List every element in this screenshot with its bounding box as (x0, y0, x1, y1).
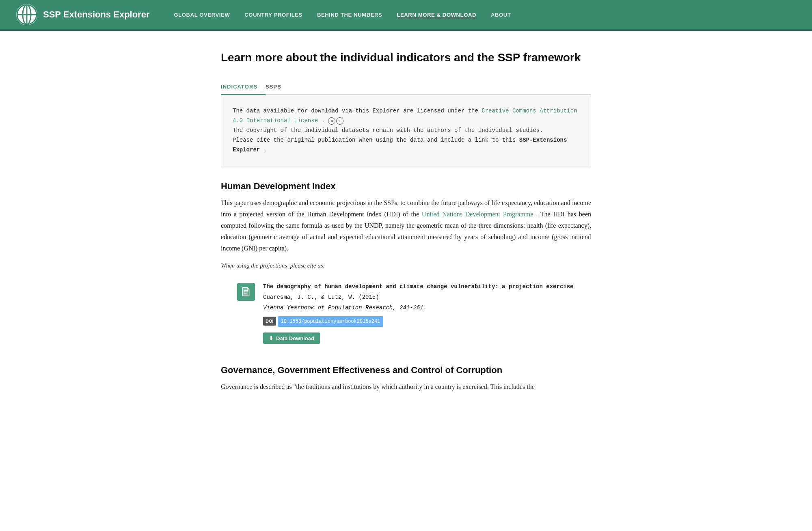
nav-behind-numbers[interactable]: Behind the Numbers (317, 12, 382, 18)
cite-label: When using the projections, please cite … (221, 262, 591, 269)
nav-global-overview[interactable]: Global Overview (174, 12, 230, 18)
app-title: SSP Extensions Explorer (43, 9, 149, 20)
citation-authors: Cuaresma, J. C., & Lutz, W. (2015) (263, 293, 574, 302)
nav-learn-more[interactable]: Learn More & Download (397, 12, 476, 18)
main-nav: Global Overview Country Profiles Behind … (174, 12, 511, 18)
document-icon (241, 287, 251, 297)
section-hdi-text1: This paper uses demographic and economic… (221, 197, 591, 254)
section-governance-heading: Governance, Government Effectiveness and… (221, 365, 591, 376)
tab-indicators[interactable]: Indicators (221, 80, 266, 95)
citation-card: The demography of human development and … (221, 276, 591, 350)
license-line2: The copyright of the individual datasets… (233, 126, 579, 136)
nav-about[interactable]: About (491, 12, 511, 18)
data-download-button[interactable]: ⬇ Data Download (263, 332, 320, 344)
citation-title: The demography of human development and … (263, 282, 574, 292)
citation-journal: Vienna Yearbook of Population Research, … (263, 303, 574, 313)
cc-icon-c: c (328, 117, 335, 125)
tab-ssps[interactable]: SSPs (266, 80, 289, 95)
undp-link[interactable]: United Nations Development Programme (422, 211, 533, 218)
cc-icons: c i (328, 117, 343, 125)
citation-body: The demography of human development and … (263, 282, 574, 344)
app-logo-icon (16, 4, 37, 25)
logo-area: SSP Extensions Explorer (16, 4, 149, 25)
license-line1: The data available for download via this… (233, 106, 579, 126)
cc-icon-i: i (336, 117, 343, 125)
page-title: Learn more about the individual indicato… (221, 50, 591, 65)
doi-row: DOI10.1553/populationyearbook2015s241 (263, 316, 574, 330)
section-governance-text: Governance is described as "the traditio… (221, 381, 591, 393)
download-row: ⬇ Data Download (263, 332, 574, 344)
doi-badge: DOI (263, 317, 276, 326)
license-block: The data available for download via this… (221, 95, 591, 166)
citation-icon (237, 283, 255, 301)
license-line3: Please cite the original publication whe… (233, 136, 579, 155)
nav-country-profiles[interactable]: Country Profiles (244, 12, 302, 18)
main-content: Learn more about the individual indicato… (211, 31, 601, 432)
doi-link[interactable]: 10.1553/populationyearbook2015s241 (278, 316, 384, 327)
section-hdi-heading: Human Development Index (221, 181, 591, 192)
tabs-container: Indicators SSPs (221, 80, 591, 95)
download-icon: ⬇ (269, 335, 274, 341)
app-header: SSP Extensions Explorer Global Overview … (0, 0, 812, 29)
